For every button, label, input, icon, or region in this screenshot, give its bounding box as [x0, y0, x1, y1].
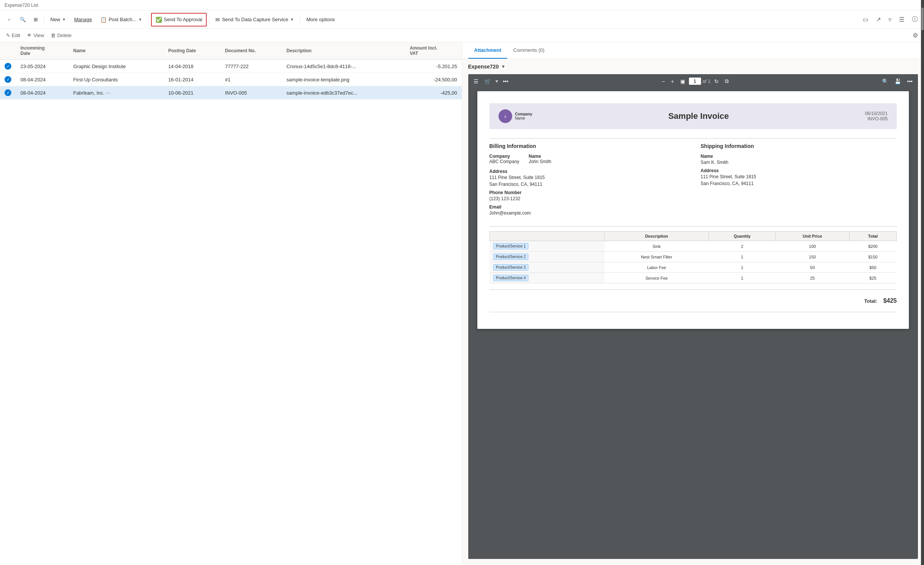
pdf-more-button[interactable]: •••: [500, 77, 511, 86]
pdf-scroll-area[interactable]: C Company Name Sample Invoice: [468, 88, 918, 559]
manage-label: Manage: [74, 17, 92, 22]
invoice-item-row: Product/Service 4 Service Fee 1 25 $25: [489, 273, 897, 283]
view-button[interactable]: 👁 View: [24, 30, 47, 41]
invoice-item-row: Product/Service 1 Sink 2 100 $200: [489, 241, 897, 252]
items-col-unit-price: Unit Price: [776, 232, 849, 241]
billing-address-line1: 111 Pine Street, Suite 1815: [489, 175, 686, 180]
search-button[interactable]: 🔍: [16, 13, 30, 26]
row-name-1: First Up Consultants: [69, 73, 164, 86]
items-col-total: Total: [849, 232, 897, 241]
invoice-header: C Company Name Sample Invoice: [489, 103, 897, 129]
action-bar: ✎ Edit 👁 View 🗑 Delete ⚙: [0, 29, 924, 42]
billing-phone-label: Phone Number: [489, 190, 686, 195]
edit-icon: ✎: [6, 33, 10, 38]
invoice-logo: C Company Name: [499, 109, 533, 123]
back-button[interactable]: ←: [3, 13, 16, 26]
pdf-save-button[interactable]: 💾: [892, 77, 903, 86]
pdf-page-input[interactable]: [689, 78, 701, 85]
send-capture-button[interactable]: ✉ Send To Data Capture Service ▼: [212, 13, 298, 26]
pdf-cart-button[interactable]: 🛒: [482, 77, 493, 86]
billing-phone-block: Phone Number (123) 123-1232: [489, 190, 686, 201]
info-button[interactable]: ⓘ: [909, 13, 921, 26]
billing-address-block: Address 111 Pine Street, Suite 1815 San …: [489, 169, 686, 187]
share-button[interactable]: ↗: [873, 14, 884, 25]
check-icon-0: ✓: [5, 63, 11, 70]
row-posting-date-0: 14-04-2018: [164, 59, 220, 73]
post-batch-button[interactable]: 📋 Post Batch... ▼: [97, 13, 146, 26]
row-amount-1: -24.500,00: [405, 73, 461, 86]
billing-company-row: Company ABC Company Name John Smith: [489, 154, 686, 166]
table-row[interactable]: ✓ 08-04-2024 Fabrikam, Inc. ⋯ 10-06-2021…: [0, 86, 462, 100]
pdf-overflow-button[interactable]: •••: [905, 77, 915, 86]
items-col-product: [489, 232, 605, 241]
row-incomming-date-0: 23-05-2024: [16, 59, 69, 73]
delete-label: Delete: [57, 33, 72, 38]
invoice-divider-1: [489, 138, 897, 139]
tab-attachment[interactable]: Attachment: [468, 42, 508, 59]
capture-icon: ✉: [215, 17, 220, 23]
more-options-button[interactable]: More options: [302, 13, 338, 26]
pdf-fit-button[interactable]: ▣: [678, 77, 687, 86]
col-posting-date: Posting Date: [164, 42, 220, 59]
item-product-1: Product/Service 2: [489, 252, 605, 262]
pdf-search-button[interactable]: 🔍: [880, 77, 891, 86]
pdf-zoom-out-button[interactable]: −: [659, 77, 667, 86]
manage-button[interactable]: Manage: [70, 13, 96, 26]
columns-button[interactable]: ☰: [896, 14, 907, 25]
new-chevron-icon: ▼: [62, 17, 66, 22]
pdf-refresh-button[interactable]: ↻: [712, 77, 721, 86]
edit-button[interactable]: ✎ Edit: [3, 30, 23, 41]
items-col-quantity: Quantity: [709, 232, 775, 241]
item-desc-1: Nest Smart Filter: [605, 252, 709, 262]
invoice-number: INVO-005: [865, 116, 888, 121]
billing-company-block: Company ABC Company: [489, 154, 520, 166]
pdf-zoom-in-button[interactable]: +: [668, 77, 676, 86]
pdf-page-sep: af 1: [703, 78, 711, 84]
separator-3: [209, 15, 209, 24]
billing-email-block: Email John@example.com: [489, 204, 686, 216]
billing-email-value: John@example.com: [489, 210, 686, 216]
expense-chevron-icon: ▼: [501, 64, 505, 69]
item-total-1: $150: [849, 252, 897, 262]
col-check: [0, 42, 16, 59]
item-qty-2: 1: [709, 262, 775, 273]
shipping-address-line2: San Francisco, CA, 94111: [701, 181, 897, 186]
billing-company-value: ABC Company: [489, 159, 520, 164]
view-toggle-button[interactable]: ⊞: [30, 13, 42, 26]
table-row[interactable]: ✓ 23-05-2024 Graphic Design Institute 14…: [0, 59, 462, 73]
settings-button[interactable]: ⚙: [910, 30, 921, 41]
item-desc-2: Labor Fee: [605, 262, 709, 273]
pdf-copy-button[interactable]: ⧉: [723, 76, 731, 86]
bookmark-button[interactable]: ▭: [860, 14, 871, 25]
new-button[interactable]: New ▼: [47, 13, 70, 26]
row-check-2: ✓: [0, 86, 16, 100]
shipping-address-label: Address: [701, 168, 897, 173]
row-dots-2[interactable]: ⋯: [106, 90, 111, 96]
invoice-title-text: Sample Invoice: [668, 111, 729, 121]
shipping-name-block: Name Sam K. Smith: [701, 154, 897, 165]
invoice-divider-3: [489, 290, 897, 290]
send-approval-button[interactable]: ✅ Send To Approval: [151, 13, 207, 26]
separator-1: [44, 15, 44, 24]
svg-text:C: C: [504, 115, 506, 118]
row-description-2: sample-invoice-edb3c37ed7ec...: [282, 86, 405, 100]
tab-comments[interactable]: Comments (0): [507, 42, 550, 59]
item-desc-0: Sink: [605, 241, 709, 252]
item-price-3: 25: [776, 273, 849, 283]
item-product-0: Product/Service 1: [489, 241, 605, 252]
invoice-item-row: Product/Service 3 Labor Fee 1 50 $50: [489, 262, 897, 273]
invoice-item-row: Product/Service 2 Nest Smart Filter 1 15…: [489, 252, 897, 262]
tabs-bar: Attachment Comments (0): [462, 42, 924, 59]
shipping-name-label: Name: [701, 154, 897, 159]
row-description-1: sample-invoice-template.png: [282, 73, 405, 86]
item-price-0: 100: [776, 241, 849, 252]
pdf-menu-button[interactable]: ☰: [471, 77, 481, 86]
delete-button[interactable]: 🗑 Delete: [48, 30, 75, 41]
logo-company: Company: [515, 112, 533, 116]
item-qty-3: 1: [709, 273, 775, 283]
row-name-2: Fabrikam, Inc. ⋯: [69, 86, 164, 100]
filter-button[interactable]: ▿: [885, 14, 894, 25]
new-label: New: [50, 17, 60, 22]
col-document-no: Document No.: [220, 42, 282, 59]
table-row[interactable]: ✓ 08-04-2024 First Up Consultants 16-01-…: [0, 73, 462, 86]
